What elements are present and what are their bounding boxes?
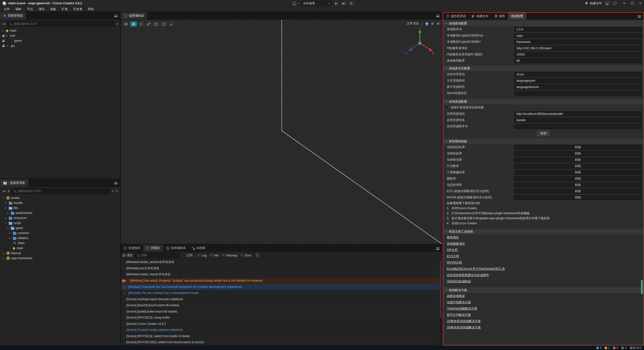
expand-arrow-icon[interactable]: ▸ bbox=[125, 279, 127, 282]
regex-checkbox[interactable] bbox=[182, 254, 185, 257]
maximize-button[interactable] bbox=[631, 2, 634, 5]
solution-link[interactable]: 全栈开发解决方案 bbox=[447, 300, 471, 304]
scale-tool-button[interactable] bbox=[145, 21, 152, 27]
section-language-config[interactable]: ▾ 游戏多语言配置 bbox=[443, 66, 643, 71]
tab-animation-editor[interactable]: 动画编辑器 bbox=[163, 245, 189, 251]
hierarchy-tree-row[interactable]: ▾ main bbox=[0, 28, 120, 33]
asset-tree-row[interactable]: ▾ assets bbox=[0, 195, 120, 200]
console-log-row[interactable]: [Scene] Forward render pipeline initiali… bbox=[121, 327, 439, 333]
asset-tree-row[interactable]: Main bbox=[0, 241, 120, 246]
asset-tree-row[interactable]: ▸ common bbox=[0, 231, 120, 236]
expand-arrow-icon[interactable]: ▸ bbox=[124, 285, 126, 288]
axis-gizmo[interactable]: Y X Z bbox=[405, 28, 435, 60]
status-counter[interactable]: i 3 bbox=[596, 346, 601, 349]
tab-asset-preview[interactable]: 资源预览 bbox=[121, 245, 143, 251]
tab-build-publish[interactable]: 构建发布 bbox=[469, 13, 492, 20]
expand-arrow-icon[interactable]: ▾ bbox=[5, 207, 9, 209]
log-filter-toggle[interactable]: Log bbox=[197, 254, 207, 257]
pivot-toggle-button[interactable] bbox=[168, 21, 175, 27]
solution-link[interactable]: 战棋游戏框架 bbox=[447, 294, 465, 298]
hierarchy-tree-row[interactable]: ▸ gui bbox=[0, 43, 120, 48]
close-button[interactable]: × bbox=[639, 2, 641, 5]
menu-item[interactable]: 文件 bbox=[1, 7, 13, 11]
field-input[interactable]: framework bbox=[514, 39, 642, 45]
section-basic-config[interactable]: ▾ 游戏基础配置 bbox=[443, 21, 643, 26]
expand-arrow-icon[interactable]: ▾ bbox=[3, 29, 6, 32]
console-menu-icon[interactable] bbox=[436, 246, 439, 250]
transform-tool-button[interactable] bbox=[160, 21, 167, 27]
remove-module-button[interactable]: 剔除 bbox=[514, 176, 642, 181]
expand-arrow-icon[interactable]: ▾ bbox=[5, 222, 9, 224]
doc-link[interactable]: 动画状态机编辑器 bbox=[447, 279, 471, 284]
asset-tree-row[interactable]: ▸ internal bbox=[0, 251, 120, 256]
console-log-row[interactable]: [Scene] [PHYSICS2D]: switch from box2d-w… bbox=[121, 339, 439, 346]
console-log-row[interactable]: [Window] ecs文件夹存在 bbox=[121, 266, 439, 272]
field-input[interactable] bbox=[514, 91, 642, 96]
menu-item[interactable]: 帮助 bbox=[85, 7, 97, 11]
status-counter[interactable]: × 0 bbox=[613, 346, 618, 349]
lighting-toggle-icon[interactable] bbox=[426, 22, 428, 25]
expand-arrow-icon[interactable]: ▸ bbox=[9, 237, 13, 239]
status-counter[interactable]: ! 1 bbox=[605, 346, 610, 349]
field-input[interactable] bbox=[514, 124, 642, 129]
expand-arrow-icon[interactable]: ▾ bbox=[7, 227, 11, 229]
expand-arrow-icon[interactable]: ▸ bbox=[124, 292, 126, 294]
menu-item[interactable]: 编辑 bbox=[13, 7, 24, 11]
step-button[interactable]: ▶| bbox=[341, 1, 347, 6]
remove-module-button[interactable]: 剔除 bbox=[514, 170, 642, 175]
expand-arrow-icon[interactable]: ▸ bbox=[9, 232, 13, 234]
minimize-button[interactable] bbox=[623, 3, 626, 4]
save-button[interactable]: 保存 bbox=[537, 130, 550, 137]
scene-settings-gear-icon[interactable]: ⚙ bbox=[437, 22, 439, 25]
doc-link[interactable]: 教程项目 bbox=[447, 235, 459, 240]
asset-tree-row[interactable]: ▸ bundle bbox=[0, 200, 120, 205]
menu-item[interactable]: 面板 bbox=[47, 7, 59, 11]
section-resource-config[interactable]: ▾ 游戏资源配置 bbox=[443, 99, 643, 104]
assets-menu-icon[interactable] bbox=[114, 181, 117, 185]
remove-module-button[interactable]: 剔除 bbox=[514, 195, 642, 200]
scene-menu-icon[interactable] bbox=[436, 14, 439, 18]
console-search-input[interactable]: 搜索 bbox=[135, 253, 180, 258]
solution-link[interactable]: 新手引导解决方案 bbox=[447, 313, 471, 317]
expand-arrow-icon[interactable]: ▸ bbox=[7, 45, 11, 47]
solution-link[interactable]: Tiledmap地图解决方案 bbox=[447, 307, 477, 311]
remote-load-checkbox[interactable] bbox=[445, 106, 449, 109]
console-scrollbar[interactable] bbox=[439, 260, 441, 345]
expand-arrow-icon[interactable]: ▸ bbox=[3, 252, 7, 254]
assets-search-input[interactable]: 搜索名称或 UUID bbox=[12, 188, 110, 194]
panel-scrollbar-thumb[interactable] bbox=[641, 280, 643, 294]
filter-checkbox[interactable] bbox=[240, 254, 243, 257]
screenshot-icon[interactable] bbox=[606, 2, 609, 5]
log-filter-toggle[interactable]: Warning bbox=[222, 254, 237, 257]
add-node-button[interactable]: +▾ bbox=[2, 22, 6, 26]
assets-filter-icon[interactable]: ≡ bbox=[112, 189, 114, 193]
field-input[interactable]: 60 bbox=[514, 58, 642, 63]
scrollbar-thumb[interactable] bbox=[440, 260, 441, 318]
preview-device-button[interactable]: ▾ bbox=[293, 2, 300, 5]
solution-link[interactable]: 3D角色扮演游戏解决方案 bbox=[447, 325, 481, 330]
tab-framework-config[interactable]: 框架配置 bbox=[508, 13, 526, 20]
expand-arrow-icon[interactable]: ▾ bbox=[3, 197, 7, 199]
status-counter[interactable]: 0 bbox=[621, 346, 626, 349]
expand-arrow-icon[interactable]: ▾ bbox=[6, 34, 10, 37]
render-mode-select[interactable]: 正常渲染 ▾ bbox=[407, 21, 423, 26]
field-input[interactable]: http://localhost:8083/assets/bundle bbox=[514, 111, 642, 116]
assets-tab[interactable]: 资源管理器 bbox=[0, 179, 28, 187]
clear-console-button[interactable]: 清空 bbox=[123, 253, 133, 257]
console-log-row[interactable]: ▸ [Window] You are running Vue in develo… bbox=[121, 290, 439, 296]
asset-tree-row[interactable]: ▸ initialize bbox=[0, 236, 120, 241]
help-icon[interactable]: ? bbox=[613, 2, 617, 5]
asset-tree-row[interactable]: ▾ libs bbox=[0, 205, 120, 210]
asset-tree-row[interactable]: ▾ game bbox=[0, 226, 120, 231]
hierarchy-tree-row[interactable]: ▾ root bbox=[0, 33, 120, 38]
tab-console[interactable]: 控制台 bbox=[143, 245, 163, 251]
menu-item[interactable]: 项目 bbox=[36, 7, 47, 11]
filter-checkbox[interactable] bbox=[210, 254, 213, 257]
field-input[interactable]: oops bbox=[514, 33, 642, 38]
asset-tree-row[interactable]: ▸ resources bbox=[0, 215, 120, 221]
log-filter-toggle[interactable]: Info bbox=[210, 254, 219, 257]
remove-module-button[interactable]: 剔除 bbox=[514, 189, 642, 194]
doc-link[interactable]: 原生包热更新配置自动生成插件 bbox=[447, 273, 489, 277]
add-asset-button[interactable]: +▾ bbox=[2, 189, 6, 193]
grid-toggle-icon[interactable]: ⊞ bbox=[431, 22, 434, 25]
